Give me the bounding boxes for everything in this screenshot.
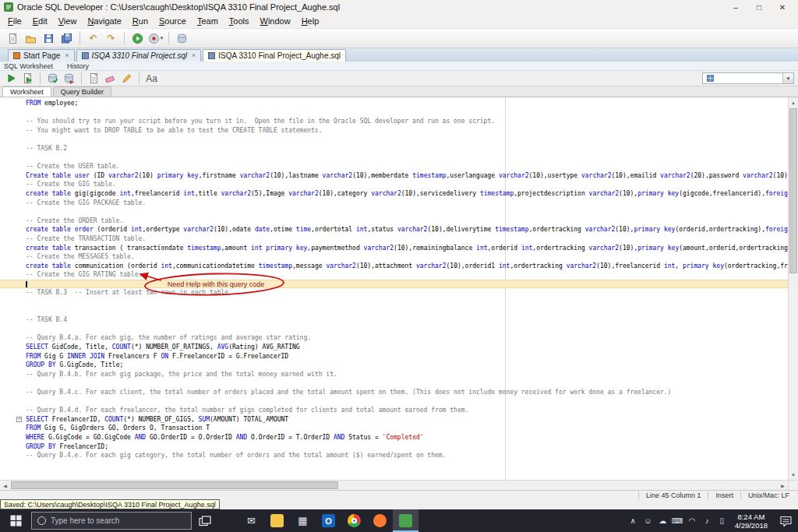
menu-team[interactable]: Team [192,15,224,27]
menu-source[interactable]: Source [154,15,192,27]
menu-window[interactable]: Window [254,15,295,27]
code-line[interactable]: WHERE G.GigCode = GO.GigCode AND GO.Orde… [0,433,788,442]
redo-button[interactable]: ↷ [103,30,119,47]
tray-people-icon[interactable]: ☺ [641,509,655,532]
tab-close-icon[interactable]: × [65,52,69,59]
horizontal-scrollbar[interactable]: ◀ ▶ [0,480,788,490]
run-button[interactable] [129,30,146,47]
code-editor[interactable]: FROM employee;-- You should try to run y… [0,97,798,490]
code-line[interactable] [0,298,788,307]
code-line[interactable]: -- Create the ORDER table. [0,217,788,226]
menu-edit[interactable]: Edit [27,15,53,27]
code-line[interactable]: create table communication (orderid int,… [0,262,788,271]
code-line[interactable]: -- Query B.4.c. For each client, the tot… [0,388,788,397]
code-line[interactable]: FROM Gig G INNER JOIN Freelancers F ON F… [0,352,788,361]
code-line[interactable]: SELECT FreelancerID, COUNT(*) NUMBER_OF_… [0,415,788,425]
code-line[interactable]: -- Query B.4.b. For each gig package, th… [0,370,788,379]
code-line[interactable] [0,397,788,407]
taskbar-app-outlook[interactable]: O [316,509,341,532]
new-file-button[interactable] [5,30,21,47]
taskbar-search[interactable] [31,512,192,530]
code-line[interactable] [0,207,788,217]
taskbar-app-chrome[interactable] [341,509,367,532]
code-line[interactable]: GROUP BY G.GigCode, Title; [0,361,788,370]
case-toggle-button[interactable]: Aa [144,72,159,86]
code-line[interactable]: SELECT GidCode, Title, COUNT(*) NUMBER_O… [0,343,788,352]
code-line[interactable]: -- Query B.4.d. For each freelancer, the… [0,406,788,415]
taskbar-app-mail[interactable]: ✉ [238,509,264,532]
code-line[interactable] [0,153,788,163]
connections-button[interactable] [174,30,190,47]
code-line[interactable]: -- Create the GIG table. [0,180,788,189]
rollback-button[interactable] [62,72,76,86]
code-line[interactable]: create table transaction ( transactionda… [0,244,788,253]
run-script-button[interactable] [20,72,35,86]
highlight-button[interactable] [119,72,134,86]
code-line[interactable]: create table gig(gigcode int,freelanceri… [0,189,788,199]
code-line[interactable]: -- TASK B.2 [0,144,788,153]
tray-hidden-icons-icon[interactable]: ∧ [626,509,641,532]
code-line[interactable]: Create table user (ID varchar2(10) prima… [0,171,788,181]
save-all-button[interactable] [58,30,75,47]
connection-selector[interactable]: ▾ [702,72,794,84]
tab-close-icon[interactable]: × [192,52,196,59]
menu-navigate[interactable]: Navigate [82,15,126,27]
vertical-scrollbar[interactable]: ▲ ▼ [788,97,798,480]
code-line[interactable]: -- Query B.4.e. For each gig category, t… [0,451,788,460]
view-tab-worksheet[interactable]: Worksheet [2,86,51,97]
code-line[interactable] [0,379,788,388]
code-line[interactable]: -- Create the MESSAGES table. [0,252,788,262]
scroll-right-arrow[interactable]: ▶ [778,481,788,490]
connection-dropdown-arrow[interactable]: ▾ [782,73,793,83]
action-center-button[interactable] [773,516,798,527]
minimize-button[interactable]: – [724,1,747,13]
tab-start-page[interactable]: Start Page× [8,49,75,62]
tray-onedrive-icon[interactable]: ☁ [655,509,670,532]
vertical-scroll-thumb[interactable] [789,108,797,273]
clear-button[interactable] [103,72,118,86]
code-line[interactable]: -- You might want to DROP TABLE to be ab… [0,126,788,136]
code-line[interactable] [0,307,788,316]
code-line[interactable]: -- Create the TRANSACTION table. [0,234,788,244]
code-line[interactable] [0,325,788,334]
code-line[interactable]: -- TASK B.3 -- Insert at least two rows … [0,288,788,298]
code-line[interactable]: -- Create the USER table. [0,162,788,171]
taskbar-app-sql-developer[interactable] [393,509,418,532]
search-input[interactable] [51,516,175,525]
run-statement-button[interactable] [4,72,19,86]
scroll-left-arrow[interactable]: ◀ [0,481,10,490]
scroll-up-arrow[interactable]: ▲ [789,97,798,107]
history-label[interactable]: History [67,62,89,70]
taskbar-app-firefox[interactable] [367,509,393,532]
unshared-worksheet-button[interactable] [87,72,101,86]
save-button[interactable] [41,30,57,47]
taskbar-app-calculator[interactable]: ▦ [290,509,316,532]
scroll-down-arrow[interactable]: ▼ [789,470,798,480]
view-tab-query-builder[interactable]: Query Builder [53,86,111,97]
menu-view[interactable]: View [53,15,83,27]
tab-isqa-3310-final-project-aughe-sql[interactable]: ISQA 3310 Final Project_Aughe.sql [203,49,346,62]
code-line[interactable] [0,108,788,118]
tray-volume-icon[interactable]: ♪ [700,509,715,532]
task-view-button[interactable] [192,509,218,532]
horizontal-scroll-thumb[interactable] [11,481,338,489]
code-line[interactable]: create table order (orderid int,ordertyp… [0,225,788,234]
tray-battery-icon[interactable]: ▯ [715,509,729,532]
code-line[interactable] [0,135,788,144]
menu-file[interactable]: File [2,15,27,27]
code-line[interactable]: -- Query B.4.a. For each gig, the number… [0,333,788,343]
code-line[interactable]: -- Create the GIG PACKAGE table. [0,199,788,208]
taskbar-clock[interactable]: 8:24 AM 4/29/2018 [729,513,773,530]
code-line[interactable]: -- TASK B.4 [0,315,788,325]
code-line[interactable]: FROM Gig G, GigOrders GO, Orders O, Tran… [0,424,788,433]
close-button[interactable]: ✕ [771,1,794,13]
code-line[interactable]: -- You should try to run your script bef… [0,117,788,126]
debug-button[interactable]: ▾ [147,30,164,47]
code-line[interactable]: GROUP BY FreelancerID; [0,442,788,452]
maximize-button[interactable]: □ [747,1,771,13]
taskbar-app-file-explorer[interactable] [264,509,290,532]
menu-run[interactable]: Run [127,15,154,27]
fold-marker[interactable]: − [16,417,22,422]
menu-help[interactable]: Help [296,15,325,27]
open-file-button[interactable] [23,30,39,47]
